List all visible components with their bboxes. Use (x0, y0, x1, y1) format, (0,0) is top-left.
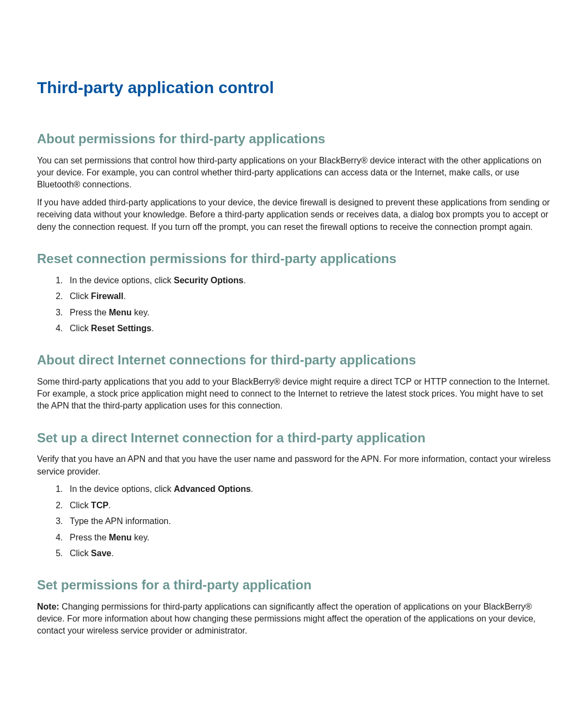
ordered-list: In the device options, click Security Op… (65, 275, 551, 334)
list-item: In the device options, click Advanced Op… (65, 483, 551, 495)
list-item: Press the Menu key. (65, 307, 551, 319)
list-item: Click Reset Settings. (65, 322, 551, 334)
paragraph: If you have added third-party applicatio… (37, 197, 551, 233)
list-item: Press the Menu key. (65, 532, 551, 544)
ordered-list: In the device options, click Advanced Op… (65, 483, 551, 559)
paragraph: Some third-party applications that you a… (37, 376, 551, 412)
list-item: Type the APN information. (65, 515, 551, 527)
section-title-about-direct-internet: About direct Internet connections for th… (37, 351, 551, 369)
document-page: Third-party application control About pe… (37, 76, 551, 706)
section-title-setup-direct-internet: Set up a direct Internet connection for … (37, 429, 551, 447)
section-title-about-permissions: About permissions for third-party applic… (37, 130, 551, 148)
list-item: Click Firewall. (65, 290, 551, 302)
list-item: Click TCP. (65, 500, 551, 512)
paragraph: Verify that you have an APN and that you… (37, 453, 551, 478)
section-title-set-permissions: Set permissions for a third-party applic… (37, 576, 551, 594)
list-item: Click Save. (65, 547, 551, 559)
main-title: Third-party application control (37, 76, 551, 99)
paragraph: Note: Changing permissions for third-par… (37, 601, 551, 637)
section-title-reset-connection: Reset connection permissions for third-p… (37, 249, 551, 268)
paragraph: You can set permissions that control how… (37, 155, 551, 191)
list-item: In the device options, click Security Op… (65, 275, 551, 287)
